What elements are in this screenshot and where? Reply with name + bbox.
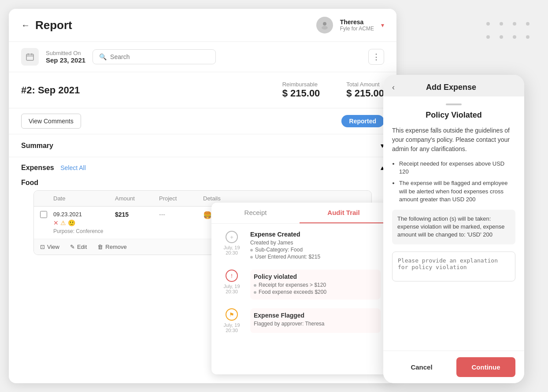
chevron-down-icon[interactable]: ▾ (381, 22, 384, 29)
submitted-bar: Submitted On Sep 23, 2021 🔍 ⋮ (9, 42, 396, 72)
search-input[interactable] (110, 53, 209, 60)
back-button[interactable]: ← (21, 20, 30, 30)
modal-back-button[interactable]: ‹ (392, 83, 395, 92)
user-info: Theresa Fyle for ACME (340, 18, 374, 32)
report-amounts: Reimbursable $ 215.00 Total Amount $ 215… (282, 81, 384, 99)
total-amount: $ 215.00 (346, 88, 384, 99)
audit-sub-1a: Created by James (250, 240, 381, 246)
amount-header: Amount (115, 195, 159, 202)
policy-action-text: The following action (s) will be taken: … (392, 210, 515, 244)
summary-row[interactable]: Summary ▾ (9, 134, 396, 157)
audit-sub-1c: User Entered Amount: $215 (250, 254, 381, 260)
more-menu-button[interactable]: ⋮ (368, 49, 384, 65)
remove-button[interactable]: 🗑 Remove (97, 244, 126, 250)
edit-icon: ✎ (70, 244, 75, 250)
remove-icon: 🗑 (97, 244, 103, 250)
audit-plus-icon: + (226, 231, 238, 243)
view-icon: ⊡ (40, 244, 45, 250)
view-button[interactable]: ⊡ View (40, 244, 59, 250)
policy-explanation-input[interactable] (392, 251, 515, 281)
remove-label: Remove (105, 244, 126, 250)
audit-entry-left: + July, 1920:30 (218, 231, 245, 261)
audit-warn-icon: ! (226, 270, 238, 282)
calendar-icon (21, 48, 39, 66)
expense-date: 09.23.2021 (53, 211, 115, 218)
policy-description: This expense falls outside the guideline… (392, 126, 515, 154)
audit-sub-3a: Flagged by approver: Theresa (254, 321, 377, 327)
audit-date-1: July, 1920:30 (223, 245, 240, 255)
report-id: #2: Sep 2021 (21, 85, 80, 96)
select-all-link[interactable]: Select All (60, 164, 86, 171)
reimbursable-block: Reimbursable $ 215.00 (282, 81, 320, 99)
modal-handle (446, 104, 462, 105)
total-label: Total Amount (346, 81, 384, 88)
food-category-label: Food (21, 179, 384, 187)
tab-audit-trail[interactable]: Audit Trail (300, 203, 388, 223)
modal-title: Add Expense (399, 83, 503, 92)
edit-button[interactable]: ✎ Edit (70, 244, 87, 250)
cancel-button[interactable]: Cancel (392, 357, 451, 377)
smile-icon: 🙂 (68, 219, 75, 226)
search-box[interactable]: 🔍 (93, 49, 216, 64)
warning-icon: ⚠ (60, 219, 66, 226)
audit-event-title-1: Expense Created (250, 231, 381, 238)
svg-point-0 (323, 22, 326, 26)
details-header: Details (203, 195, 365, 202)
audit-trail-panel: Receipt Audit Trail + July, 1920:30 Expe… (211, 203, 388, 374)
edit-label: Edit (77, 244, 87, 250)
submitted-info: Submitted On Sep 23, 2021 (46, 50, 85, 64)
row-checkbox[interactable] (40, 211, 53, 220)
expenses-row: Expenses Select All ▴ (9, 157, 396, 175)
expense-checkbox[interactable] (40, 211, 47, 218)
expense-amount: $215 (115, 211, 159, 218)
header-left: ← Report (21, 18, 72, 32)
expenses-label-group: Expenses Select All (21, 164, 86, 172)
modal-footer: Cancel Continue (383, 351, 524, 383)
svg-point-1 (322, 26, 328, 30)
reimbursable-label: Reimbursable (282, 81, 320, 88)
page-title: Report (35, 18, 72, 32)
audit-sub-2b: Food expense exceeds $200 (254, 289, 377, 295)
audit-entry-created: + July, 1920:30 Expense Created Created … (218, 231, 381, 261)
reported-badge: Reported (341, 115, 384, 127)
date-header: Date (53, 195, 115, 202)
user-org: Fyle for ACME (340, 26, 374, 32)
search-icon: 🔍 (99, 53, 107, 60)
continue-button[interactable]: Continue (456, 357, 515, 377)
audit-entry-policy: ! July, 1920:30 Policy violated Receipt … (218, 270, 381, 300)
audit-entry-left-3: ⚑ July, 1920:30 (218, 308, 245, 333)
food-category-icon: 🍔 (203, 211, 212, 219)
audit-tabs: Receipt Audit Trail (211, 203, 388, 224)
report-header: ← Report Theresa Fyle for ACME ▾ (9, 9, 396, 42)
cancel-icon: ✕ (53, 219, 59, 226)
audit-event-title-2: Policy violated (254, 273, 377, 280)
view-comments-button[interactable]: View Comments (21, 114, 81, 129)
add-expense-modal: ‹ Add Expense Policy Violated This expen… (383, 75, 524, 383)
expense-project: --- (159, 211, 203, 218)
avatar (316, 17, 333, 33)
project-header: Project (159, 195, 203, 202)
svg-rect-2 (26, 54, 33, 60)
audit-sub-2a: Receipt for expenses > $120 (254, 282, 377, 288)
tab-receipt[interactable]: Receipt (211, 203, 300, 223)
policy-bullet-1: Receipt needed for expenses above USD 12… (399, 160, 515, 176)
checkbox-header (40, 195, 53, 202)
reimbursable-amount: $ 215.00 (282, 88, 320, 99)
audit-date-3: July, 1920:30 (223, 322, 240, 333)
policy-violated-title: Policy Violated (392, 111, 515, 120)
user-name: Theresa (340, 18, 374, 26)
audit-entry-right-3: Expense Flagged Flagged by approver: The… (250, 308, 381, 333)
policy-bullet-2: The expense will be flagged and employee… (399, 179, 515, 203)
audit-entry-right: Expense Created Created by James Sub-Cat… (250, 231, 381, 261)
audit-content: + July, 1920:30 Expense Created Created … (211, 224, 388, 374)
header-right: Theresa Fyle for ACME ▾ (316, 17, 384, 33)
modal-body: Policy Violated This expense falls outsi… (383, 96, 524, 351)
summary-label: Summary (21, 142, 53, 150)
total-block: Total Amount $ 215.00 (346, 81, 384, 99)
policy-bullets: Receipt needed for expenses above USD 12… (399, 160, 515, 203)
report-info: #2: Sep 2021 Reimbursable $ 215.00 Total… (9, 72, 396, 108)
report-actions: View Comments Reported (9, 108, 396, 134)
audit-entry-left-2: ! July, 1920:30 (218, 270, 245, 300)
audit-entry-flagged: ⚑ July, 1920:30 Expense Flagged Flagged … (218, 308, 381, 333)
view-label: View (47, 244, 59, 250)
